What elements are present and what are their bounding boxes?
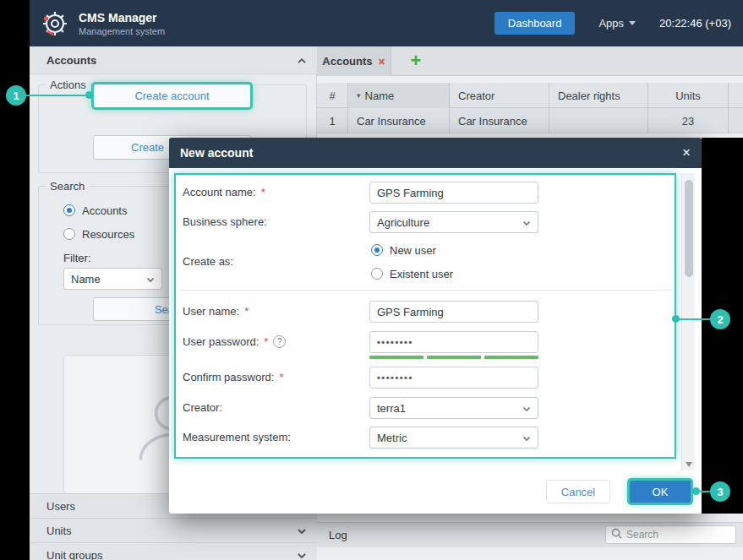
account-name-label: Account name: * xyxy=(183,186,265,198)
required-asterisk: * xyxy=(264,335,268,348)
col-header-name[interactable]: ▾ Name xyxy=(348,83,450,108)
form-divider xyxy=(179,290,671,291)
col-header-extra xyxy=(729,83,743,108)
radio-existent-user[interactable] xyxy=(371,268,383,280)
radio-accounts[interactable] xyxy=(63,204,75,216)
chevron-down-icon xyxy=(297,525,307,537)
radio-new-user-label: New user xyxy=(390,244,436,257)
dashboard-button[interactable]: Dashboard xyxy=(494,12,576,35)
account-name-label-text: Account name: xyxy=(183,186,256,198)
new-account-modal: New account × Account name: * Business s… xyxy=(169,138,702,514)
row-creator: Car Insurance xyxy=(450,108,549,133)
clock: 20:22:46 (+03) xyxy=(659,17,731,30)
required-asterisk: * xyxy=(244,305,249,318)
close-icon[interactable]: × xyxy=(682,144,691,161)
log-title: Log xyxy=(329,529,347,541)
log-search-input[interactable] xyxy=(626,529,730,541)
password-strength-indicator xyxy=(369,356,538,359)
tabs-bar: Accounts × + xyxy=(317,46,743,76)
strength-bar xyxy=(484,356,538,359)
filter-select[interactable]: Name xyxy=(63,268,162,290)
radio-resources[interactable] xyxy=(63,228,75,240)
modal-header: New account × xyxy=(169,138,702,168)
account-name-input[interactable] xyxy=(369,182,538,204)
chevron-down-icon xyxy=(522,402,531,415)
chevron-up-icon xyxy=(297,54,307,67)
log-search-box[interactable] xyxy=(605,525,736,544)
col-header-name-label: Name xyxy=(365,90,395,102)
table-row[interactable]: 1 Car Insurance Car Insurance 23 xyxy=(317,108,743,133)
create-account-button[interactable]: Create account xyxy=(93,84,251,108)
create-as-new-user-option[interactable]: New user xyxy=(371,243,436,257)
row-dealer-rights xyxy=(549,108,648,133)
sort-asc-icon: ▾ xyxy=(357,91,361,100)
modal-scrollbar[interactable] xyxy=(681,173,695,470)
col-header-num[interactable]: # xyxy=(317,83,348,108)
confirm-password-input[interactable] xyxy=(369,367,538,389)
radio-resources-label: Resources xyxy=(82,228,134,241)
chevron-down-icon xyxy=(522,216,531,229)
modal-form: Account name: * Business sphere: Agricul… xyxy=(174,173,676,459)
row-units: 23 xyxy=(648,108,729,133)
tab-accounts[interactable]: Accounts × xyxy=(317,46,391,76)
radio-accounts-label: Accounts xyxy=(82,204,127,217)
add-tab-icon[interactable]: + xyxy=(405,50,427,72)
search-type-accounts-option[interactable]: Accounts xyxy=(63,204,127,217)
col-header-dealer-rights[interactable]: Dealer rights xyxy=(549,83,648,108)
chevron-down-icon xyxy=(146,273,155,285)
creator-select[interactable]: terra1 xyxy=(369,397,538,419)
col-header-units[interactable]: Units xyxy=(648,83,729,108)
chevron-down-icon xyxy=(522,432,531,444)
table-header-row: # ▾ Name Creator Dealer rights Units xyxy=(317,83,743,108)
filter-select-value: Name xyxy=(71,273,146,285)
sidebar-section-accounts-label: Accounts xyxy=(46,54,96,67)
business-sphere-label: Business sphere: xyxy=(183,215,267,228)
sidebar-section-accounts[interactable]: Accounts xyxy=(30,46,317,74)
user-name-input[interactable] xyxy=(369,301,538,323)
confirm-password-label-text: Confirm password: xyxy=(183,371,274,383)
annotation-step-3: 3 xyxy=(710,481,730,502)
user-password-input[interactable] xyxy=(369,331,538,353)
create-as-existent-user-option[interactable]: Existent user xyxy=(371,267,453,280)
user-name-label: User name: * xyxy=(183,305,249,318)
app-logo-icon xyxy=(38,7,72,41)
chevron-down-icon xyxy=(297,549,307,560)
measurement-system-select[interactable]: Metric xyxy=(369,427,538,449)
user-password-label-text: User password: xyxy=(183,335,259,348)
user-password-label: User password: * ? xyxy=(183,335,286,348)
col-header-creator[interactable]: Creator xyxy=(450,83,549,108)
search-type-resources-option[interactable]: Resources xyxy=(63,227,134,241)
business-sphere-value: Agriculture xyxy=(377,216,522,229)
modal-title: New account xyxy=(180,146,253,160)
tab-close-icon[interactable]: × xyxy=(379,55,385,68)
screenshot-root: CMS Manager Management system Dashboard … xyxy=(0,0,743,560)
ok-button[interactable]: OK xyxy=(629,480,691,503)
create-as-label: Create as: xyxy=(183,255,233,268)
scrollbar-down-arrow-icon[interactable] xyxy=(686,462,692,467)
radio-new-user[interactable] xyxy=(371,244,383,256)
help-icon[interactable]: ? xyxy=(273,335,286,348)
annotation-dot-3 xyxy=(692,487,700,495)
app-titles: CMS Manager Management system xyxy=(79,11,165,36)
scrollbar-thumb[interactable] xyxy=(685,180,693,277)
annotation-step-2: 2 xyxy=(710,309,730,329)
annotation-step-1: 1 xyxy=(6,85,26,106)
radio-existent-user-label: Existent user xyxy=(390,268,453,280)
sidebar-item-units-label: Units xyxy=(46,525,72,537)
annotation-line-1 xyxy=(24,95,90,96)
app-subtitle: Management system xyxy=(79,26,165,36)
annotation-dot-2 xyxy=(672,315,680,323)
app-title: CMS Manager xyxy=(79,11,165,24)
apps-label: Apps xyxy=(598,17,624,30)
actions-group-legend: Actions xyxy=(46,79,90,91)
annotation-dot-1 xyxy=(85,91,93,99)
apps-menu[interactable]: Apps xyxy=(598,17,636,30)
search-group-legend: Search xyxy=(46,180,89,193)
sidebar-item-users-label: Users xyxy=(46,500,75,513)
business-sphere-select[interactable]: Agriculture xyxy=(369,211,538,233)
search-icon xyxy=(611,527,622,542)
sidebar-item-units[interactable]: Units xyxy=(30,518,317,542)
cancel-button[interactable]: Cancel xyxy=(546,480,610,503)
sidebar-item-unit-groups[interactable]: Unit groups xyxy=(30,542,317,560)
strength-bar xyxy=(369,356,423,359)
